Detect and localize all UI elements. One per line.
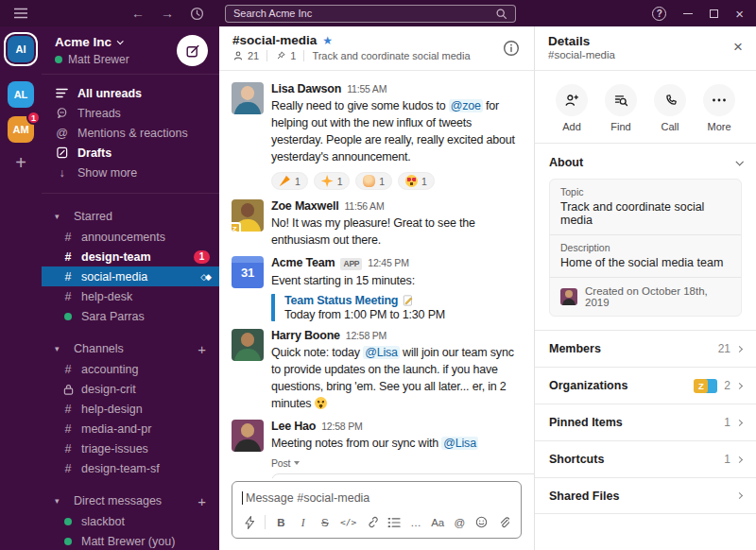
- mention-button[interactable]: @: [453, 517, 466, 528]
- history-back-icon[interactable]: ←: [131, 7, 145, 20]
- creator-avatar[interactable]: [560, 288, 577, 305]
- add-people-button[interactable]: Add: [556, 84, 588, 132]
- avatar[interactable]: [232, 420, 264, 452]
- avatar[interactable]: Z: [232, 199, 264, 232]
- topic-section[interactable]: Topic Track and coordinate social media: [550, 180, 741, 235]
- text-format-toggle[interactable]: Aa: [431, 517, 444, 528]
- message-author[interactable]: Lee Hao: [271, 420, 316, 433]
- sidebar-item-sara-parras[interactable]: Sara Parras: [42, 306, 219, 326]
- post-type-label[interactable]: Post: [271, 457, 523, 469]
- description-section[interactable]: Description Home of the social media tea…: [550, 235, 741, 278]
- bold-button[interactable]: B: [274, 517, 287, 528]
- sidebar-item-design-team[interactable]: # design-team 1: [42, 247, 219, 266]
- reaction-heart-eyes[interactable]: 1: [398, 172, 435, 190]
- help-icon[interactable]: ?: [652, 7, 666, 21]
- unread-badge: 1: [194, 250, 210, 264]
- message-input[interactable]: Message #social-media: [232, 482, 521, 510]
- workspace-acme-inc[interactable]: AI: [8, 36, 34, 62]
- window-minimize-button[interactable]: [683, 13, 693, 14]
- post-file-card[interactable]: 1/9 Meeting Notes Last edited just now: [271, 473, 534, 479]
- avatar[interactable]: [232, 329, 264, 361]
- ordered-list-button[interactable]: [387, 517, 401, 528]
- add-workspace-button[interactable]: +: [15, 153, 26, 172]
- phone-icon: [663, 94, 678, 108]
- info-icon[interactable]: [503, 40, 520, 57]
- reaction-clap[interactable]: 1: [355, 172, 392, 190]
- details-row-shared-files[interactable]: Shared Files: [535, 477, 756, 514]
- message-composer[interactable]: Message #social-media B I S </> … Aa @: [232, 481, 522, 539]
- hamburger-menu-icon[interactable]: [0, 8, 42, 19]
- app-badge: APP: [340, 258, 362, 270]
- find-button[interactable]: Find: [605, 84, 637, 132]
- call-button[interactable]: Call: [654, 84, 686, 132]
- channel-topic[interactable]: Track and coordinate social media: [312, 50, 470, 61]
- sidebar-item-social-media[interactable]: # social-media ◇◆: [42, 266, 219, 286]
- more-formatting-button[interactable]: …: [409, 517, 422, 528]
- window-close-button[interactable]: ×: [735, 7, 744, 21]
- calendar-app-avatar[interactable]: 31: [232, 256, 264, 288]
- event-link[interactable]: Team Status Meeting: [284, 294, 398, 307]
- search-input[interactable]: Search Acme Inc: [225, 5, 516, 23]
- details-row-organizations[interactable]: Organizations Z 2: [535, 367, 756, 404]
- row-label: Organizations: [549, 379, 627, 392]
- sidebar-item-all-unreads[interactable]: All unreads: [42, 83, 219, 103]
- sidebar-item-media-and-pr[interactable]: # media-and-pr: [42, 419, 219, 438]
- sidebar-item-help-design[interactable]: # help-design: [42, 399, 219, 419]
- emoji-button[interactable]: [475, 516, 489, 528]
- sidebar-item-mentions[interactable]: @ Mentions & reactions: [42, 123, 219, 143]
- section-starred[interactable]: ▾ Starred: [42, 206, 219, 227]
- all-unreads-icon: [55, 88, 69, 98]
- sidebar-item-announcements[interactable]: # announcements: [42, 227, 219, 247]
- channel-label: design-team-sf: [81, 462, 160, 475]
- sidebar-item-triage-issues[interactable]: # triage-issues: [42, 438, 219, 458]
- section-channels[interactable]: ▾ Channels +: [42, 338, 219, 359]
- details-row-members[interactable]: Members 21: [535, 330, 756, 367]
- message: Lisa Dawson 11:55 AM Really need to give…: [219, 77, 534, 195]
- shortcuts-lightning-icon[interactable]: [243, 516, 256, 529]
- add-dm-button[interactable]: +: [198, 493, 206, 509]
- new-message-button[interactable]: [177, 35, 208, 66]
- member-count[interactable]: 21: [232, 50, 259, 61]
- window-maximize-button[interactable]: [710, 9, 718, 18]
- sidebar-item-design-crit[interactable]: design-crit: [42, 379, 219, 399]
- message-author[interactable]: Acme Team: [271, 256, 335, 269]
- pinned-count[interactable]: 1: [275, 50, 296, 61]
- sidebar-item-show-more[interactable]: ↓ Show more: [42, 163, 219, 182]
- sidebar-item-help-desk[interactable]: # help-desk: [42, 286, 219, 306]
- history-forward-icon[interactable]: →: [161, 7, 174, 20]
- section-direct-messages[interactable]: ▾ Direct messages +: [42, 490, 219, 511]
- strikethrough-button[interactable]: S: [318, 517, 332, 528]
- message-author[interactable]: Zoe Maxwell: [271, 199, 338, 213]
- details-row-pinned-items[interactable]: Pinned Items 1: [535, 404, 756, 440]
- sidebar-item-threads[interactable]: Threads: [42, 103, 219, 123]
- link-button[interactable]: [365, 516, 378, 528]
- message-author[interactable]: Harry Boone: [271, 329, 340, 342]
- star-icon[interactable]: ★: [322, 34, 333, 47]
- sidebar-item-accounting[interactable]: # accounting: [42, 359, 219, 379]
- add-channel-button[interactable]: +: [198, 341, 206, 357]
- avatar[interactable]: [232, 82, 264, 114]
- attach-file-button[interactable]: [497, 516, 510, 529]
- caret-down-icon: [294, 461, 300, 465]
- channel-name[interactable]: #social-media: [232, 33, 317, 47]
- history-clock-icon[interactable]: [190, 7, 204, 21]
- sidebar-item-slackbot[interactable]: slackbot: [42, 511, 219, 531]
- italic-button[interactable]: I: [297, 517, 310, 528]
- workspace-am[interactable]: AM 1: [8, 116, 34, 143]
- reaction-sparkles[interactable]: 1: [314, 172, 351, 190]
- close-icon[interactable]: ×: [733, 39, 743, 55]
- mention-lisa[interactable]: @Lisa: [363, 346, 400, 359]
- message-author[interactable]: Lisa Dawson: [271, 82, 341, 95]
- sidebar-item-design-team-sf[interactable]: # design-team-sf: [42, 458, 219, 478]
- reaction-tada[interactable]: 1: [271, 172, 308, 190]
- text-cursor: [242, 491, 243, 505]
- details-row-shortcuts[interactable]: Shortcuts 1: [535, 440, 756, 477]
- mention-zoe[interactable]: @zoe: [449, 99, 483, 112]
- mention-lisa[interactable]: @Lisa: [441, 437, 478, 450]
- message-list[interactable]: Lisa Dawson 11:55 AM Really need to give…: [219, 71, 534, 478]
- sidebar-item-drafts[interactable]: Drafts: [42, 143, 219, 163]
- about-section-toggle[interactable]: About: [535, 144, 756, 179]
- workspace-al[interactable]: AL: [8, 81, 34, 108]
- code-button[interactable]: </>: [340, 517, 356, 527]
- more-button[interactable]: More: [703, 84, 735, 132]
